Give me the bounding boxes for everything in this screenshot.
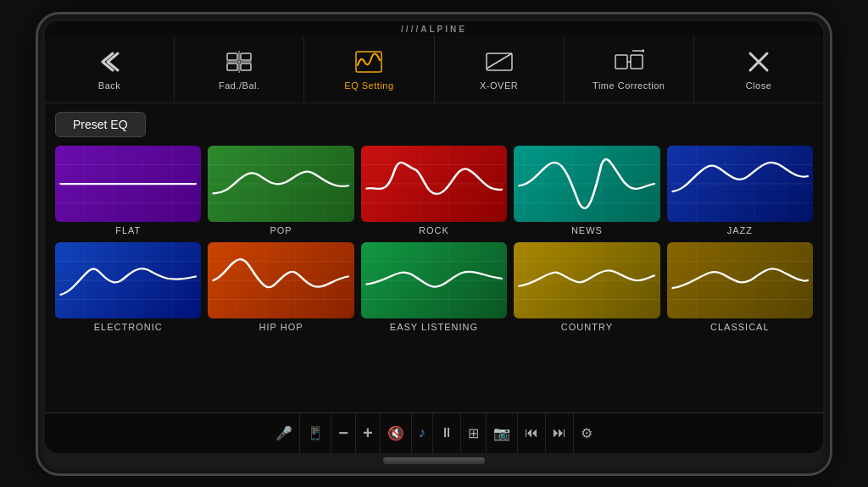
eq-preset-flat[interactable]: FLAT [55,146,201,235]
eq-electronic-label: ELECTRONIC [94,322,163,332]
ctrl-settings[interactable]: ⚙ [574,413,599,453]
nav-close[interactable]: Close [694,36,823,102]
nav-eq-setting[interactable]: EQ Setting [304,36,434,102]
nav-back-label: Back [98,80,120,91]
svg-line-8 [487,53,512,69]
eq-preset-hiphop[interactable]: HIP HOP [208,242,353,332]
nav-close-label: Close [746,80,772,91]
svg-rect-0 [227,53,237,60]
svg-rect-9 [615,55,627,69]
handle-grip [383,457,485,464]
nav-back[interactable]: Back [45,36,175,102]
ctrl-minus[interactable]: − [331,413,356,453]
ctrl-plus[interactable]: + [356,413,381,453]
eq-easy-listening-label: EASY LISTENING [390,322,478,332]
eq-flat-label: FLAT [115,225,141,235]
ctrl-camera[interactable]: 📷 [487,413,518,453]
ctrl-music[interactable]: ♪ [412,413,433,453]
eq-country-label: COUNTRY [561,322,613,332]
top-nav: Back Fad./Bal. E [45,36,823,103]
nav-xover[interactable]: X-OVER [435,36,565,102]
eq-classical-label: CLASSICAL [710,322,770,332]
preset-label: Preset EQ [55,112,146,137]
eq-preset-easy-listening[interactable]: EASY LISTENING [361,242,507,332]
content-area: Preset EQ [45,103,823,412]
eq-preset-news[interactable]: NEWS [514,146,659,235]
ctrl-grid[interactable]: ⊞ [461,413,487,453]
bottom-handle [45,453,823,468]
eq-news-label: NEWS [571,225,603,235]
eq-preset-classical[interactable]: CLASSICAL [667,242,813,332]
svg-marker-12 [643,49,644,53]
eq-pop-label: POP [270,225,292,235]
eq-rock-label: ROCK [419,225,449,235]
eq-preset-country[interactable]: COUNTRY [514,242,659,332]
eq-preset-electronic[interactable]: ELECTRONIC [55,242,201,332]
device-frame: ////ALPINE Back [36,12,832,476]
nav-fad-bal-label: Fad./Bal. [219,80,260,91]
bottom-bar: 🎤 📱 − + 🔇 ♪ ⏸ ⊞ 📷 ⏮ ⏭ ⚙ [45,412,823,453]
eq-preset-rock[interactable]: ROCK [361,146,507,235]
brand-label: ////ALPINE [401,25,467,34]
nav-time-correction[interactable]: Time Correction [565,36,694,102]
svg-rect-10 [631,55,643,69]
eq-jazz-label: JAZZ [727,225,753,235]
ctrl-next[interactable]: ⏭ [546,413,574,453]
brand-bar: ////ALPINE [45,21,823,36]
ctrl-mute[interactable]: 🔇 [381,413,412,453]
ctrl-prev[interactable]: ⏮ [518,413,546,453]
ctrl-pause[interactable]: ⏸ [433,413,461,453]
screen: ////ALPINE Back [45,21,823,453]
nav-fad-bal[interactable]: Fad./Bal. [175,36,304,102]
nav-eq-label: EQ Setting [344,80,393,91]
eq-hiphop-label: HIP HOP [259,322,303,332]
eq-preset-pop[interactable]: POP [208,146,353,235]
eq-grid: FLAT [55,146,813,332]
nav-time-correction-label: Time Correction [593,80,665,91]
svg-rect-3 [241,64,251,70]
svg-rect-2 [227,64,237,70]
nav-xover-label: X-OVER [480,80,518,91]
ctrl-mic[interactable]: 🎤 [269,413,300,453]
svg-rect-1 [241,53,251,60]
eq-preset-jazz[interactable]: JAZZ [667,146,813,235]
ctrl-phone[interactable]: 📱 [300,413,331,453]
